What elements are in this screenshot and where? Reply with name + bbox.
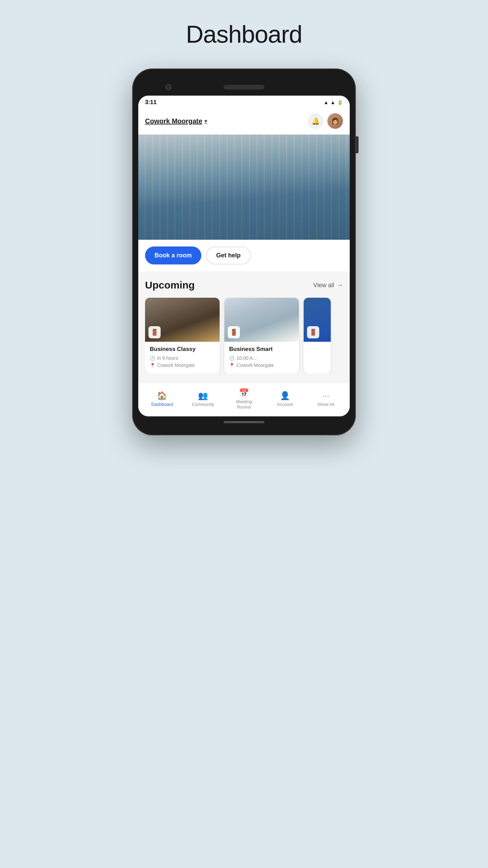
- clock-icon: 🕐: [150, 356, 155, 361]
- chevron-down-icon: ▾: [204, 118, 207, 124]
- room-card-cozy[interactable]: 🚪: [304, 298, 331, 374]
- room-card-business-smart[interactable]: 🚪 Business Smart 🕐 10:00 A... 📍 Cowork M…: [224, 298, 299, 374]
- upcoming-section: Upcoming View all → 🚪 Business Classy: [138, 271, 350, 379]
- avatar-image: 👩: [327, 113, 343, 129]
- power-button: [356, 136, 359, 153]
- phone-bottom-bar: [138, 416, 350, 425]
- notification-button[interactable]: 🔔: [308, 113, 323, 129]
- card-time: 🕐 10:00 A...: [229, 355, 294, 361]
- room-type-icon: 🚪: [228, 326, 240, 338]
- phone-frame: 3:11 ▲ ▲ 🔋 Cowork Moorgate ▾ 🔔 👩: [132, 68, 356, 435]
- nav-label-show-all: Show All: [318, 402, 334, 407]
- bottom-navigation: 🏠 Dashboard 👥 Community 📅 MeetingRooms 👤…: [138, 382, 350, 416]
- get-help-button[interactable]: Get help: [206, 246, 251, 264]
- card-body-smart: Business Smart 🕐 10:00 A... 📍 Cowork Moo…: [224, 342, 299, 374]
- bell-icon: 🔔: [311, 117, 320, 125]
- section-header: Upcoming View all →: [145, 279, 343, 291]
- action-buttons: Book a room Get help: [138, 240, 350, 271]
- clock-icon: 🕐: [229, 356, 235, 361]
- avatar[interactable]: 👩: [327, 113, 343, 129]
- person-icon: 👤: [280, 391, 290, 400]
- header-actions: 🔔 👩: [308, 113, 343, 129]
- more-icon: ···: [323, 391, 329, 400]
- card-location-value: Cowork Moorgate: [237, 362, 274, 368]
- upcoming-title: Upcoming: [145, 279, 195, 291]
- app-header: Cowork Moorgate ▾ 🔔 👩: [138, 108, 350, 135]
- signal-icon: ▲: [330, 100, 335, 105]
- nav-item-community[interactable]: 👥 Community: [191, 391, 215, 407]
- room-card-business-classy[interactable]: 🚪 Business Classy 🕐 in 9 hours 📍 Cowork …: [145, 298, 220, 374]
- hero-overlay: [138, 135, 350, 240]
- home-indicator: [224, 421, 264, 423]
- nav-item-meeting-rooms[interactable]: 📅 MeetingRooms: [232, 388, 256, 410]
- card-name: Business Smart: [229, 346, 294, 353]
- card-image-smart: 🚪: [224, 298, 299, 342]
- battery-icon: 🔋: [337, 100, 343, 105]
- location-icon: 📍: [229, 363, 235, 368]
- hero-image: [138, 135, 350, 240]
- card-image-cozy: 🚪: [304, 298, 331, 342]
- view-all-label: View all: [313, 282, 334, 289]
- card-body-classy: Business Classy 🕐 in 9 hours 📍 Cowork Mo…: [145, 342, 220, 374]
- card-time-value: 10:00 A...: [237, 355, 257, 361]
- community-icon: 👥: [198, 391, 208, 400]
- cards-row: 🚪 Business Classy 🕐 in 9 hours 📍 Cowork …: [145, 298, 343, 374]
- room-type-icon: 🚪: [307, 326, 319, 338]
- nav-label-dashboard: Dashboard: [151, 402, 173, 407]
- card-location-value: Cowork Moorgate: [157, 362, 195, 368]
- location-icon: 📍: [150, 363, 155, 368]
- nav-label-community: Community: [192, 402, 214, 407]
- arrow-right-icon: →: [337, 282, 343, 289]
- card-name: Business Classy: [150, 346, 215, 353]
- status-bar: 3:11 ▲ ▲ 🔋: [138, 96, 350, 108]
- calendar-icon: 📅: [239, 388, 249, 398]
- phone-screen: 3:11 ▲ ▲ 🔋 Cowork Moorgate ▾ 🔔 👩: [138, 96, 350, 416]
- location-selector[interactable]: Cowork Moorgate ▾: [145, 117, 207, 125]
- phone-speaker: [224, 85, 264, 90]
- location-label: Cowork Moorgate: [145, 117, 202, 125]
- nav-label-meeting-rooms: MeetingRooms: [236, 399, 252, 410]
- home-icon: 🏠: [157, 391, 167, 400]
- nav-label-account: Account: [277, 402, 293, 407]
- card-location: 📍 Cowork Moorgate: [150, 362, 215, 368]
- status-icons: ▲ ▲ 🔋: [324, 100, 343, 105]
- book-room-button[interactable]: Book a room: [145, 246, 201, 264]
- nav-item-dashboard[interactable]: 🏠 Dashboard: [150, 391, 174, 407]
- card-location: 📍 Cowork Moorgate: [229, 362, 294, 368]
- nav-item-show-all[interactable]: ··· Show All: [314, 391, 338, 407]
- nav-item-account[interactable]: 👤 Account: [273, 391, 297, 407]
- status-time: 3:11: [145, 99, 157, 106]
- phone-top-bar: [138, 79, 350, 96]
- card-time-value: in 9 hours: [157, 355, 178, 361]
- card-time: 🕐 in 9 hours: [150, 355, 215, 361]
- view-all-button[interactable]: View all →: [313, 282, 343, 289]
- wifi-icon: ▲: [324, 100, 328, 105]
- card-image-classy: 🚪: [145, 298, 220, 342]
- front-camera: [165, 84, 171, 90]
- room-type-icon: 🚪: [148, 326, 161, 338]
- page-title: Dashboard: [186, 20, 302, 48]
